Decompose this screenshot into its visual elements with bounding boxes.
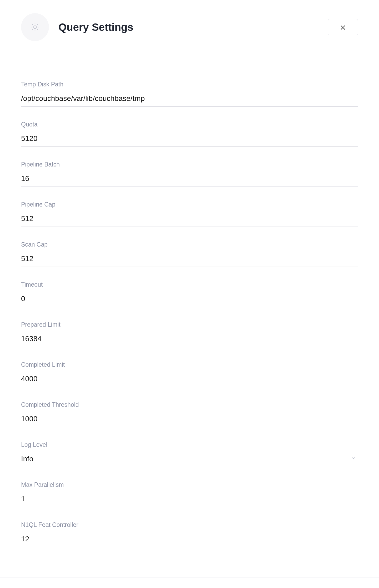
dialog-title: Query Settings (58, 21, 328, 33)
svg-point-0 (34, 26, 37, 29)
field-label: Temp Disk Path (21, 81, 358, 88)
field-temp-disk-path: Temp Disk Path (21, 81, 358, 107)
field-scan-cap: Scan Cap (21, 241, 358, 267)
dialog-body: Temp Disk Path Quota Pipeline Batch Pipe… (0, 52, 379, 577)
pipeline-batch-input[interactable] (21, 173, 358, 187)
completed-limit-input[interactable] (21, 373, 358, 387)
field-max-parallelism: Max Parallelism (21, 481, 358, 507)
query-settings-dialog: Query Settings Temp Disk Path Quota Pipe… (0, 0, 379, 588)
dialog-footer: Cancel Submit (0, 577, 379, 588)
field-completed-limit: Completed Limit (21, 361, 358, 387)
pipeline-cap-input[interactable] (21, 213, 358, 227)
field-label: Completed Threshold (21, 401, 358, 408)
field-label: Log Level (21, 441, 358, 448)
field-label: Completed Limit (21, 361, 358, 368)
gear-icon (21, 13, 49, 41)
field-pipeline-cap: Pipeline Cap (21, 201, 358, 227)
field-label: Pipeline Cap (21, 201, 358, 208)
field-label: Max Parallelism (21, 481, 358, 488)
field-label: Timeout (21, 281, 358, 288)
close-icon (340, 24, 346, 31)
field-quota: Quota (21, 121, 358, 147)
field-timeout: Timeout (21, 281, 358, 307)
field-label: Prepared Limit (21, 321, 358, 328)
scan-cap-input[interactable] (21, 253, 358, 267)
close-button[interactable] (328, 19, 358, 35)
field-log-level: Log Level (21, 441, 358, 467)
field-pipeline-batch: Pipeline Batch (21, 161, 358, 187)
max-parallelism-input[interactable] (21, 493, 358, 507)
temp-disk-path-input[interactable] (21, 93, 358, 107)
n1ql-feat-controller-input[interactable] (21, 533, 358, 547)
field-prepared-limit: Prepared Limit (21, 321, 358, 347)
field-label: Pipeline Batch (21, 161, 358, 168)
log-level-select[interactable] (21, 453, 358, 467)
field-n1ql-feat-controller: N1QL Feat Controller (21, 521, 358, 547)
quota-input[interactable] (21, 133, 358, 147)
field-label: N1QL Feat Controller (21, 521, 358, 528)
prepared-limit-input[interactable] (21, 333, 358, 347)
field-label: Quota (21, 121, 358, 128)
timeout-input[interactable] (21, 293, 358, 307)
completed-threshold-input[interactable] (21, 413, 358, 427)
dialog-header: Query Settings (0, 0, 379, 52)
field-label: Scan Cap (21, 241, 358, 248)
field-completed-threshold: Completed Threshold (21, 401, 358, 427)
